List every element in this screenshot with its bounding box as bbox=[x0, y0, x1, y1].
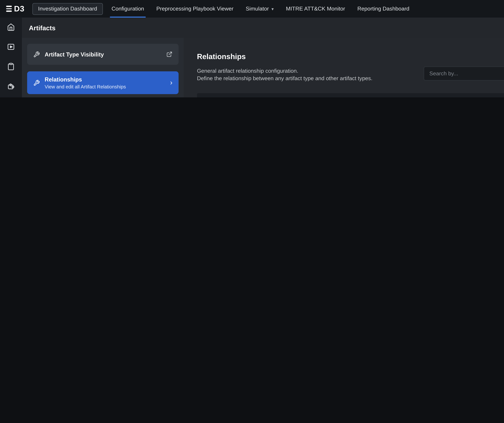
table-header-row: Relationship Type Name Artifact 1 Artifa… bbox=[197, 93, 504, 97]
column-header: Artifact 1 bbox=[345, 97, 446, 97]
sidebar-item-artifact-type-visibility[interactable]: Artifact Type Visibility bbox=[27, 44, 179, 65]
playbook-runs-icon[interactable] bbox=[7, 43, 15, 51]
playbooks-icon[interactable] bbox=[7, 63, 15, 71]
page-header: Artifacts bbox=[22, 18, 504, 38]
chevron-down-icon: ▾ bbox=[271, 6, 274, 11]
wrench-icon bbox=[33, 51, 40, 58]
column-header: Artifact 2 bbox=[446, 97, 504, 97]
tab-configuration[interactable]: Configuration bbox=[106, 0, 149, 18]
tab-investigation-dashboard[interactable]: Investigation Dashboard bbox=[32, 3, 103, 15]
tab-reporting-dashboard[interactable]: Reporting Dashboard bbox=[352, 0, 414, 18]
nav-tabs: Investigation Dashboard Configuration Pr… bbox=[32, 0, 414, 18]
artifacts-sidebar: Artifact Type Visibility Relationships V… bbox=[22, 38, 184, 97]
relationships-search bbox=[424, 66, 504, 81]
tab-preprocessing-playbook-viewer[interactable]: Preprocessing Playbook Viewer bbox=[151, 0, 239, 18]
section-title: Relationships bbox=[197, 53, 246, 61]
tab-simulator[interactable]: Simulator▾ bbox=[240, 0, 279, 18]
d3-logo-icon bbox=[6, 6, 12, 12]
section-description: General artifact relationship configurat… bbox=[197, 67, 372, 82]
icon-rail bbox=[0, 18, 22, 97]
relationships-panel: Relationships General artifact relations… bbox=[184, 38, 504, 97]
tab-mitre-attck-monitor[interactable]: MITRE ATT&CK Monitor bbox=[281, 0, 350, 18]
chevron-right-icon: › bbox=[170, 79, 173, 87]
relationships-search-input[interactable] bbox=[424, 71, 504, 77]
relationships-table: Relationship Type Name Artifact 1 Artifa… bbox=[197, 93, 504, 97]
integrations-icon[interactable] bbox=[7, 82, 15, 90]
d3-logo[interactable]: D3 bbox=[0, 4, 32, 13]
external-link-icon bbox=[166, 51, 173, 57]
page-title: Artifacts bbox=[29, 24, 55, 31]
sidebar-item-relationships[interactable]: Relationships View and edit all Artifact… bbox=[27, 71, 179, 94]
home-icon[interactable] bbox=[7, 23, 15, 31]
column-header: Relationship Type Name bbox=[202, 97, 345, 97]
top-navigation: D3 Investigation Dashboard Configuration… bbox=[0, 0, 504, 18]
d3-logo-text: D3 bbox=[14, 4, 24, 13]
wrench-icon bbox=[33, 79, 40, 86]
screen: D3 Investigation Dashboard Configuration… bbox=[0, 0, 504, 97]
